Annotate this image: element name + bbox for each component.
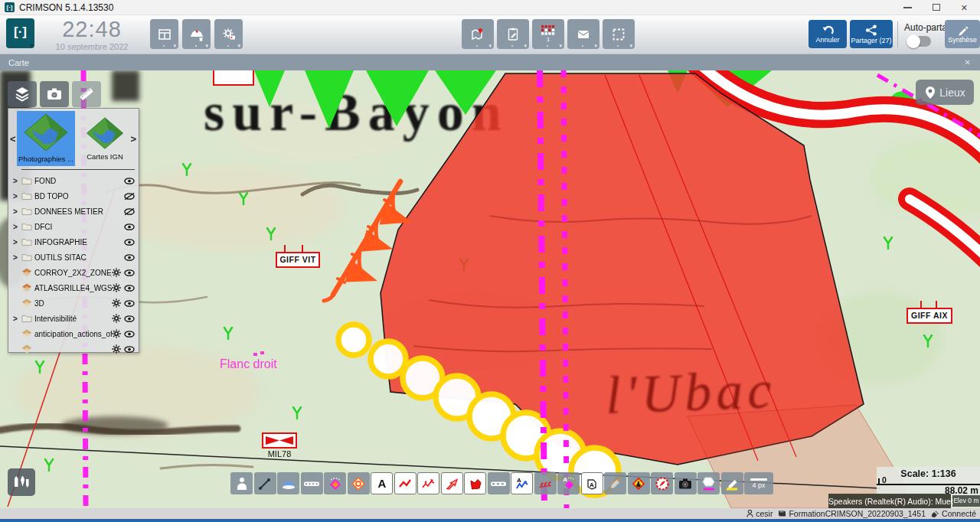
share-button[interactable]: Partager (27) [850,20,893,48]
expand-caret-icon[interactable]: > [13,223,21,231]
tree-row-infographie[interactable]: > INFOGRAPHIE [8,234,139,250]
eye-icon[interactable] [124,299,135,308]
expand-caret-icon[interactable]: > [13,253,21,262]
tool-fire-hazard[interactable] [628,472,650,494]
eye-icon[interactable] [124,177,135,185]
tool-highlight-magenta[interactable] [697,472,720,494]
tool-segment[interactable] [254,472,276,494]
gear-icon[interactable] [112,344,121,354]
expand-caret-icon[interactable]: > [13,315,21,323]
minimize-icon[interactable] [903,7,912,8]
tool-stroke-width[interactable]: 4 px [744,472,773,494]
eye-off-icon[interactable] [124,192,135,201]
tool-front-line[interactable] [417,472,439,494]
tree-row-corroy[interactable]: CORROY_2X2_ZONE_S... [8,265,139,280]
folder-icon [21,191,34,201]
grid-atlas-button[interactable]: 1 ▾ [532,19,564,49]
mil78-symbol[interactable] [262,432,297,449]
bottom-accent-strip [0,519,980,522]
tool-highlight-yellow[interactable] [721,472,743,494]
eye-icon[interactable] [124,345,135,354]
screenshot-button[interactable] [40,81,69,107]
lieux-button[interactable]: Lieux [916,80,974,105]
tab-close-icon[interactable]: ✕ [965,58,980,67]
messages-button[interactable]: ▾ [567,19,599,49]
tool-arrow[interactable] [441,472,463,494]
resources-button[interactable]: ▾ [182,19,211,49]
carousel-prev[interactable]: < [10,133,16,145]
tree-row-3d[interactable]: 3D [8,295,139,311]
close-icon[interactable]: ✕ [961,4,968,11]
tool-polygon[interactable] [464,472,486,494]
tree-row-bdtopo[interactable]: > BD TOPO [8,188,139,204]
folder-icon [21,253,34,262]
eye-off-icon[interactable] [124,207,135,216]
basemap-thumb-ign[interactable]: Cartes IGN [80,115,130,164]
app-menu-button[interactable]: [·]▾ [6,18,34,48]
drawing-sets-button[interactable] [8,468,35,496]
eye-icon[interactable] [124,223,135,231]
tree-row-dfci[interactable]: > DFCI [8,219,139,234]
expand-caret-icon[interactable]: > [13,207,21,216]
tool-diamond-marker[interactable] [324,472,346,494]
basemap-thumb-photos[interactable]: Photographies ... [17,111,75,166]
tool-photo[interactable] [675,472,697,494]
undo-button[interactable]: Annuler [808,20,847,48]
eye-icon[interactable] [124,253,135,262]
tree-row-fond[interactable]: > FOND [8,173,139,188]
gear-icon[interactable] [112,299,121,308]
synthesis-button[interactable]: Synthèse [945,20,980,48]
tree-row-unnamed[interactable] [8,341,139,357]
auto-share-toggle[interactable] [908,36,931,47]
layers-button[interactable] [8,81,37,107]
tool-text[interactable]: A [371,472,393,494]
tool-person[interactable] [230,472,253,494]
eye-icon[interactable] [124,284,135,292]
pencil-icon [957,24,969,36]
tree-row-anticipation[interactable]: anticipation_actions_off [8,326,139,341]
giff-aix-label[interactable]: GIFF AIX [906,308,952,324]
tree-row-atlasgrille[interactable]: ATLASGRILLE4_WGS84 [8,280,139,295]
thumb-label: Photographies ... [18,155,74,163]
selection-button[interactable]: ▾ [603,19,635,49]
tool-fire-point[interactable] [651,472,673,494]
tool-polyline-labeled[interactable]: A [511,472,533,494]
expand-caret-icon[interactable]: > [13,177,21,185]
tool-dashed-line[interactable] [301,472,323,494]
settings-button[interactable]: ▾ [214,19,243,49]
gear-icon[interactable] [112,268,121,277]
eye-icon[interactable] [124,315,135,323]
eye-icon[interactable] [124,269,135,277]
gear-icon[interactable] [112,283,121,292]
giff-vit-label[interactable]: GIFF VIT [276,252,320,268]
tree-row-donnees-metier[interactable]: > DONNEES METIER [8,204,139,219]
eye-icon[interactable] [124,330,135,338]
eye-icon[interactable] [124,238,135,246]
expand-caret-icon[interactable]: > [13,192,21,201]
chevron-down-icon: ▾ [488,43,492,48]
map-places-button[interactable]: ▾ [462,19,494,49]
report-button[interactable]: ▾ [497,19,529,49]
folder-icon [21,222,34,231]
tree-row-outils-sitac[interactable]: > OUTILS SITAC [8,250,139,265]
maximize-icon[interactable] [933,4,940,11]
tool-dashed-line-2[interactable] [488,472,510,494]
tool-polyline[interactable] [394,472,416,494]
map-viewport[interactable]: sur-Bayon l'Ubac [0,70,980,508]
tab-carte[interactable]: Carte [0,58,29,67]
tree-row-intervisibilite[interactable]: > Intervisibilité [8,311,139,326]
tool-freehand[interactable] [604,472,626,494]
gear-icon[interactable] [112,314,121,323]
dot [582,45,583,47]
tool-dome[interactable] [277,472,299,494]
gear-icon[interactable] [112,329,121,338]
tool-anticipation-marks[interactable] [534,472,557,494]
tool-target[interactable] [348,472,370,494]
flanc-droit-label[interactable]: Flanc droit [220,357,277,371]
measure-button[interactable] [72,81,101,107]
tool-polygon-labeled[interactable]: A [581,472,603,494]
tool-diamond-labeled[interactable]: A [557,472,580,494]
layout-button[interactable]: ▾ [150,19,178,49]
expand-caret-icon[interactable]: > [13,238,21,246]
carousel-next[interactable]: > [130,133,136,145]
